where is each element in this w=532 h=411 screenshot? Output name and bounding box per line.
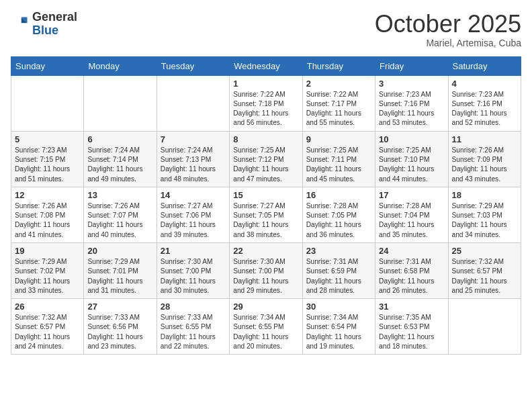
cell-info: Sunrise: 7:34 AM Sunset: 6:54 PM Dayligh… bbox=[306, 313, 371, 351]
day-number: 2 bbox=[306, 79, 371, 89]
location: Mariel, Artemisa, Cuba bbox=[375, 38, 521, 48]
cell-info: Sunrise: 7:22 AM Sunset: 7:18 PM Dayligh… bbox=[233, 90, 298, 128]
day-number: 27 bbox=[87, 302, 152, 312]
calendar-week-row: 1Sunrise: 7:22 AM Sunset: 7:18 PM Daylig… bbox=[11, 75, 521, 131]
calendar-cell: 26Sunrise: 7:32 AM Sunset: 6:57 PM Dayli… bbox=[11, 299, 84, 355]
calendar-cell bbox=[84, 75, 157, 131]
calendar-week-row: 5Sunrise: 7:23 AM Sunset: 7:15 PM Daylig… bbox=[11, 131, 521, 187]
logo-blue: Blue bbox=[32, 24, 58, 37]
cell-info: Sunrise: 7:22 AM Sunset: 7:17 PM Dayligh… bbox=[306, 90, 371, 128]
cell-info: Sunrise: 7:29 AM Sunset: 7:02 PM Dayligh… bbox=[15, 257, 80, 295]
calendar-cell: 17Sunrise: 7:28 AM Sunset: 7:04 PM Dayli… bbox=[375, 187, 448, 242]
cell-info: Sunrise: 7:26 AM Sunset: 7:09 PM Dayligh… bbox=[452, 146, 517, 184]
cell-info: Sunrise: 7:30 AM Sunset: 7:00 PM Dayligh… bbox=[161, 257, 226, 295]
calendar-cell: 2Sunrise: 7:22 AM Sunset: 7:17 PM Daylig… bbox=[302, 75, 375, 131]
calendar-cell: 12Sunrise: 7:26 AM Sunset: 7:08 PM Dayli… bbox=[11, 187, 84, 242]
calendar-week-row: 12Sunrise: 7:26 AM Sunset: 7:08 PM Dayli… bbox=[11, 187, 521, 242]
weekday-header-row: SundayMondayTuesdayWednesdayThursdayFrid… bbox=[11, 56, 521, 75]
page-header: General Blue October 2025 Mariel, Artemi… bbox=[11, 11, 521, 48]
calendar-cell: 1Sunrise: 7:22 AM Sunset: 7:18 PM Daylig… bbox=[230, 75, 302, 131]
month-title: October 2025 bbox=[375, 11, 521, 38]
cell-info: Sunrise: 7:31 AM Sunset: 6:58 PM Dayligh… bbox=[379, 257, 444, 295]
calendar-cell: 6Sunrise: 7:24 AM Sunset: 7:14 PM Daylig… bbox=[84, 131, 157, 187]
day-number: 9 bbox=[306, 134, 371, 144]
logo: General Blue bbox=[11, 11, 77, 38]
cell-info: Sunrise: 7:23 AM Sunset: 7:15 PM Dayligh… bbox=[15, 146, 80, 184]
cell-info: Sunrise: 7:32 AM Sunset: 6:57 PM Dayligh… bbox=[15, 313, 80, 351]
day-number: 12 bbox=[15, 190, 80, 200]
day-number: 25 bbox=[452, 246, 517, 256]
day-number: 17 bbox=[379, 190, 444, 200]
day-number: 22 bbox=[233, 246, 298, 256]
cell-info: Sunrise: 7:27 AM Sunset: 7:06 PM Dayligh… bbox=[161, 201, 226, 240]
cell-info: Sunrise: 7:33 AM Sunset: 6:55 PM Dayligh… bbox=[161, 313, 226, 351]
calendar-cell: 7Sunrise: 7:24 AM Sunset: 7:13 PM Daylig… bbox=[157, 131, 229, 187]
calendar-cell: 5Sunrise: 7:23 AM Sunset: 7:15 PM Daylig… bbox=[11, 131, 84, 187]
day-number: 1 bbox=[233, 79, 298, 89]
cell-info: Sunrise: 7:29 AM Sunset: 7:01 PM Dayligh… bbox=[87, 257, 152, 295]
day-number: 4 bbox=[452, 79, 517, 89]
day-number: 15 bbox=[233, 190, 298, 200]
day-number: 30 bbox=[306, 302, 371, 312]
calendar-cell: 19Sunrise: 7:29 AM Sunset: 7:02 PM Dayli… bbox=[11, 242, 84, 298]
logo-general: General bbox=[32, 10, 77, 24]
cell-info: Sunrise: 7:28 AM Sunset: 7:04 PM Dayligh… bbox=[379, 201, 444, 240]
calendar-cell: 8Sunrise: 7:25 AM Sunset: 7:12 PM Daylig… bbox=[230, 131, 302, 187]
calendar-cell: 27Sunrise: 7:33 AM Sunset: 6:56 PM Dayli… bbox=[84, 299, 157, 355]
weekday-header-saturday: Saturday bbox=[448, 56, 521, 75]
calendar-cell: 15Sunrise: 7:27 AM Sunset: 7:05 PM Dayli… bbox=[230, 187, 302, 242]
calendar-cell bbox=[157, 75, 229, 131]
cell-info: Sunrise: 7:28 AM Sunset: 7:05 PM Dayligh… bbox=[306, 201, 371, 240]
calendar-cell bbox=[448, 299, 521, 355]
weekday-header-tuesday: Tuesday bbox=[157, 56, 229, 75]
cell-info: Sunrise: 7:32 AM Sunset: 6:57 PM Dayligh… bbox=[452, 257, 517, 295]
cell-info: Sunrise: 7:31 AM Sunset: 6:59 PM Dayligh… bbox=[306, 257, 371, 295]
day-number: 14 bbox=[161, 190, 226, 200]
calendar-table: SundayMondayTuesdayWednesdayThursdayFrid… bbox=[11, 56, 521, 355]
weekday-header-wednesday: Wednesday bbox=[230, 56, 302, 75]
day-number: 7 bbox=[161, 134, 226, 144]
calendar-cell: 4Sunrise: 7:23 AM Sunset: 7:16 PM Daylig… bbox=[448, 75, 521, 131]
day-number: 18 bbox=[452, 190, 517, 200]
cell-info: Sunrise: 7:30 AM Sunset: 7:00 PM Dayligh… bbox=[233, 257, 298, 295]
day-number: 8 bbox=[233, 134, 298, 144]
cell-info: Sunrise: 7:24 AM Sunset: 7:13 PM Dayligh… bbox=[161, 146, 226, 184]
day-number: 28 bbox=[161, 302, 226, 312]
calendar-cell: 11Sunrise: 7:26 AM Sunset: 7:09 PM Dayli… bbox=[448, 131, 521, 187]
cell-info: Sunrise: 7:23 AM Sunset: 7:16 PM Dayligh… bbox=[452, 90, 517, 128]
cell-info: Sunrise: 7:25 AM Sunset: 7:10 PM Dayligh… bbox=[379, 146, 444, 184]
calendar-cell: 21Sunrise: 7:30 AM Sunset: 7:00 PM Dayli… bbox=[157, 242, 229, 298]
calendar-cell: 30Sunrise: 7:34 AM Sunset: 6:54 PM Dayli… bbox=[302, 299, 375, 355]
calendar-cell: 10Sunrise: 7:25 AM Sunset: 7:10 PM Dayli… bbox=[375, 131, 448, 187]
day-number: 5 bbox=[15, 134, 80, 144]
calendar-cell: 25Sunrise: 7:32 AM Sunset: 6:57 PM Dayli… bbox=[448, 242, 521, 298]
day-number: 16 bbox=[306, 190, 371, 200]
calendar-cell: 3Sunrise: 7:23 AM Sunset: 7:16 PM Daylig… bbox=[375, 75, 448, 131]
calendar-week-row: 19Sunrise: 7:29 AM Sunset: 7:02 PM Dayli… bbox=[11, 242, 521, 298]
calendar-cell: 24Sunrise: 7:31 AM Sunset: 6:58 PM Dayli… bbox=[375, 242, 448, 298]
calendar-cell: 22Sunrise: 7:30 AM Sunset: 7:00 PM Dayli… bbox=[230, 242, 302, 298]
weekday-header-monday: Monday bbox=[84, 56, 157, 75]
cell-info: Sunrise: 7:24 AM Sunset: 7:14 PM Dayligh… bbox=[87, 146, 152, 184]
cell-info: Sunrise: 7:34 AM Sunset: 6:55 PM Dayligh… bbox=[233, 313, 298, 351]
weekday-header-friday: Friday bbox=[375, 56, 448, 75]
calendar-cell: 20Sunrise: 7:29 AM Sunset: 7:01 PM Dayli… bbox=[84, 242, 157, 298]
day-number: 24 bbox=[379, 246, 444, 256]
calendar-week-row: 26Sunrise: 7:32 AM Sunset: 6:57 PM Dayli… bbox=[11, 299, 521, 355]
cell-info: Sunrise: 7:23 AM Sunset: 7:16 PM Dayligh… bbox=[379, 90, 444, 128]
cell-info: Sunrise: 7:25 AM Sunset: 7:12 PM Dayligh… bbox=[233, 146, 298, 184]
calendar-cell: 14Sunrise: 7:27 AM Sunset: 7:06 PM Dayli… bbox=[157, 187, 229, 242]
day-number: 31 bbox=[379, 302, 444, 312]
cell-info: Sunrise: 7:29 AM Sunset: 7:03 PM Dayligh… bbox=[452, 201, 517, 240]
cell-info: Sunrise: 7:26 AM Sunset: 7:07 PM Dayligh… bbox=[87, 201, 152, 240]
calendar-cell: 29Sunrise: 7:34 AM Sunset: 6:55 PM Dayli… bbox=[230, 299, 302, 355]
calendar-cell: 13Sunrise: 7:26 AM Sunset: 7:07 PM Dayli… bbox=[84, 187, 157, 242]
calendar-cell: 28Sunrise: 7:33 AM Sunset: 6:55 PM Dayli… bbox=[157, 299, 229, 355]
calendar-cell: 31Sunrise: 7:35 AM Sunset: 6:53 PM Dayli… bbox=[375, 299, 448, 355]
calendar-cell bbox=[11, 75, 84, 131]
day-number: 6 bbox=[87, 134, 152, 144]
day-number: 20 bbox=[87, 246, 152, 256]
day-number: 13 bbox=[87, 190, 152, 200]
logo-text: General Blue bbox=[32, 11, 77, 38]
calendar-cell: 9Sunrise: 7:25 AM Sunset: 7:11 PM Daylig… bbox=[302, 131, 375, 187]
